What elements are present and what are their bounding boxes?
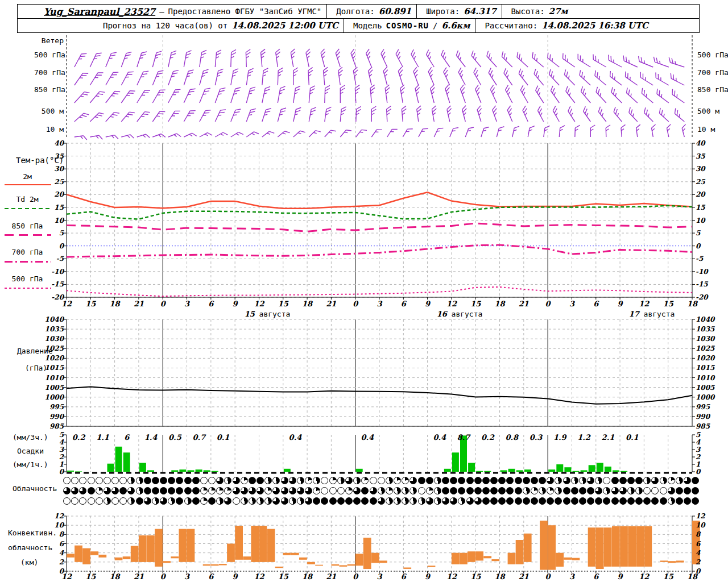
hour-label: 3 <box>184 300 189 308</box>
cloud-cover-circle <box>523 477 530 484</box>
temp-axis-tick: 10 <box>34 217 64 225</box>
cloud-cover-circle <box>208 487 216 494</box>
header-divider <box>502 5 502 18</box>
cloud-cover-circle <box>144 487 151 494</box>
cloud-cover-circle <box>305 477 312 484</box>
cloud-cover-circle <box>571 487 578 494</box>
hour-label: 6 <box>401 300 406 308</box>
cloud-cover-circle <box>619 477 627 484</box>
cloud-cover-circle <box>466 497 474 505</box>
cloud-cover-circle <box>684 487 691 494</box>
pressure-axis-tick: 1035 <box>696 325 714 333</box>
cloud-cover-circle <box>571 497 578 505</box>
temp-axis-tick: -5 <box>34 255 64 263</box>
cloud-cover-circle <box>104 477 111 484</box>
latitude-label: Широта: <box>426 7 460 16</box>
hour-label: 18 <box>687 300 697 308</box>
longitude-label: Долгота: <box>336 7 374 16</box>
cloud-cover-circle <box>539 487 546 494</box>
cloud-cover-circle <box>96 477 103 484</box>
temp-axis-tick: 15 <box>34 203 64 211</box>
legend-label-2m: 2м <box>23 172 32 181</box>
hour-label: 15 <box>278 573 288 581</box>
cloud-cover-circle <box>394 477 401 484</box>
hour-label: 15 <box>470 300 481 308</box>
pressure-axis-tick: 1030 <box>696 335 714 343</box>
wind-level-label: 850 гПа <box>697 85 728 94</box>
precip-sum-label: 1.4 <box>144 434 158 442</box>
cloud-cover-circle <box>152 497 159 505</box>
cloud-cover-circle <box>63 497 71 505</box>
convective-axis-tick: 2 <box>34 558 64 566</box>
header-divider <box>344 19 344 32</box>
temp-axis-tick: 25 <box>696 178 705 186</box>
cloud-cover-circle <box>676 487 683 494</box>
cloud-cover-circle <box>241 477 248 484</box>
convective-axis-tick: 4 <box>696 549 700 557</box>
cloud-cover-circle <box>635 477 643 484</box>
cloud-cover-circle <box>587 487 594 494</box>
pressure-axis-tick: 1015 <box>696 364 714 372</box>
precip-sum-label: 0.2 <box>481 434 494 442</box>
convective-axis-tick: 8 <box>696 530 700 538</box>
precip-sum-label: 0.1 <box>217 434 230 442</box>
cloud-cover-circle <box>111 477 119 484</box>
cloud-cover-circle <box>402 497 409 505</box>
convective-axis-tick: 4 <box>34 549 64 557</box>
cloud-cover-circle <box>426 497 433 505</box>
pressure-axis-tick: 1040 <box>34 315 64 323</box>
date-number: 16 <box>437 310 447 318</box>
cloud-cover-circle <box>490 497 498 505</box>
cloud-cover-circle <box>418 497 425 505</box>
cloud-cover-circle <box>88 497 95 505</box>
cloud-cover-circle <box>466 477 474 484</box>
cloud-cover-circle <box>563 487 570 494</box>
cloud-cover-circle <box>482 497 490 505</box>
model-label: Модель <box>353 21 382 30</box>
hour-label: 18 <box>302 300 312 308</box>
hour-label: 12 <box>446 573 457 581</box>
pressure-axis-tick: 985 <box>696 422 710 430</box>
cloud-cover-circle <box>208 497 216 505</box>
pressure-axis-tick: 990 <box>34 413 64 421</box>
cloud-cover-circle <box>257 477 264 484</box>
temp-axis-tick: -15 <box>696 280 708 288</box>
pressure-axis-tick: 1000 <box>34 393 64 401</box>
cloud-cover-circle <box>104 497 111 505</box>
cloud-cover-circle <box>370 497 377 505</box>
cloud-cover-circle <box>305 487 312 494</box>
pressure-axis-tick: 1015 <box>34 364 64 372</box>
pressure-axis-tick: 1010 <box>696 374 714 382</box>
cloud-cover-circle <box>668 487 675 494</box>
cloud-cover-circle <box>378 477 385 484</box>
header-divider <box>416 5 417 18</box>
cloud-cover-circle <box>63 487 71 494</box>
hour-label: 9 <box>425 573 430 581</box>
wind-level-label: 850 гПа <box>34 85 64 94</box>
cloud-cover-circle <box>571 477 578 484</box>
cloud-cover-circle <box>184 487 192 494</box>
cloud-cover-circle <box>490 477 498 484</box>
hour-label: 6 <box>593 573 598 581</box>
cloud-cover-circle <box>160 497 167 505</box>
cloud-cover-circle <box>241 497 248 505</box>
hour-label: 21 <box>134 573 144 581</box>
cloud-cover-circle <box>233 477 240 484</box>
cloud-cover-circle <box>353 497 361 505</box>
precip-axis-tick: 1 <box>696 460 700 468</box>
hour-label: 9 <box>618 300 623 308</box>
cloud-cover-circle <box>96 497 103 505</box>
wind-level-label: 700 гПа <box>34 68 64 77</box>
hour-label: 0 <box>353 573 358 581</box>
temp-axis-tick: 20 <box>696 190 705 198</box>
cloud-cover-circle <box>426 477 433 484</box>
wind-level-label: 500 м <box>697 107 719 115</box>
cloud-cover-circle <box>160 487 167 494</box>
cloud-cover-circle <box>192 477 200 484</box>
cloud-cover-circle <box>587 477 594 484</box>
temp-axis-tick: 0 <box>34 242 64 250</box>
hour-label: 15 <box>85 300 96 308</box>
calc-label: Рассчитано: <box>485 21 537 30</box>
precip-sum-label: 1.2 <box>577 434 590 442</box>
cloud-cover-circle <box>345 487 353 494</box>
